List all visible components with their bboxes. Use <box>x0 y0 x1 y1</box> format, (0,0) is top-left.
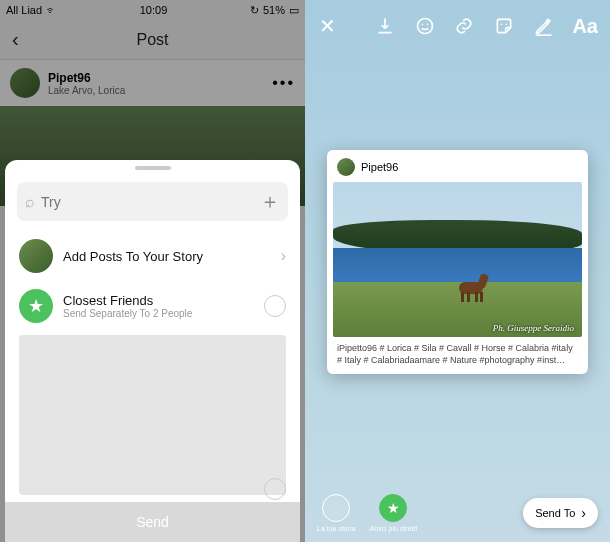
text-tool-button[interactable]: Aa <box>572 15 598 38</box>
your-story-label: La tua storia <box>317 525 356 532</box>
card-username: Pipet96 <box>361 161 398 173</box>
left-screen: All Liad ᯤ 10:09 ↻ 51% ▭ ‹ Post Pipet96 … <box>0 0 305 542</box>
more-button[interactable]: ••• <box>272 74 295 92</box>
page-title: Post <box>136 31 168 49</box>
radio-unchecked[interactable] <box>264 295 286 317</box>
face-filter-icon[interactable] <box>414 15 436 37</box>
sync-icon: ↻ <box>250 4 259 17</box>
nav-bar: ‹ Post <box>0 20 305 60</box>
editor-toolbar: ✕ Aa <box>305 8 610 44</box>
card-header: Pipet96 <box>333 156 582 182</box>
send-label: Send <box>136 514 169 530</box>
svg-point-4 <box>506 24 508 26</box>
search-field[interactable]: ⌕ ＋ <box>17 182 288 221</box>
closest-friends-row[interactable]: ★ Closest Friends Send Separately To 2 P… <box>5 281 300 331</box>
search-input[interactable] <box>41 194 252 210</box>
battery-pct: 51% <box>263 4 285 16</box>
search-icon: ⌕ <box>25 193 35 211</box>
close-friends-button[interactable]: ★ Amici più stretti <box>370 494 417 532</box>
radio-unchecked[interactable] <box>264 478 286 500</box>
send-button[interactable]: Send <box>5 502 300 542</box>
carrier-label: All Liad <box>6 4 42 16</box>
status-bar: All Liad ᯤ 10:09 ↻ 51% ▭ <box>0 0 305 20</box>
close-friends-label: Amici più stretti <box>370 525 417 532</box>
chevron-right-icon: › <box>581 505 586 521</box>
send-to-button[interactable]: Send To › <box>523 498 598 528</box>
card-photo: Ph. Giuseppe Seraidio <box>333 182 582 337</box>
avatar[interactable] <box>10 68 40 98</box>
star-icon: ★ <box>379 494 407 522</box>
post-meta: Pipet96 Lake Arvo, Lorica <box>48 71 272 96</box>
download-icon[interactable] <box>375 15 397 37</box>
svg-point-2 <box>427 24 429 26</box>
post-username[interactable]: Pipet96 <box>48 71 272 85</box>
your-story-avatar-icon <box>322 494 350 522</box>
recipient-placeholder <box>19 335 286 495</box>
add-recipient-button[interactable]: ＋ <box>252 188 280 215</box>
post-location[interactable]: Lake Arvo, Lorica <box>48 85 272 96</box>
repost-card[interactable]: Pipet96 Ph. Giuseppe Seraidio iPipetto96… <box>327 150 588 374</box>
horse-illustration <box>453 274 491 304</box>
star-icon: ★ <box>19 289 53 323</box>
back-button[interactable]: ‹ <box>12 28 19 51</box>
clock: 10:09 <box>140 4 168 16</box>
draw-icon[interactable] <box>533 15 555 37</box>
your-story-button[interactable]: La tua storia <box>317 494 356 532</box>
svg-point-1 <box>422 24 424 26</box>
closest-friends-sub: Send Separately To 2 People <box>63 308 264 319</box>
photo-watermark: Ph. Giuseppe Seraidio <box>493 323 574 333</box>
add-to-story-row[interactable]: Add Posts To Your Story › <box>5 231 300 281</box>
right-screen: ✕ Aa Pipet96 <box>305 0 610 542</box>
post-header: Pipet96 Lake Arvo, Lorica ••• <box>0 60 305 106</box>
close-button[interactable]: ✕ <box>317 15 339 37</box>
avatar <box>337 158 355 176</box>
send-to-label: Send To <box>535 507 575 519</box>
svg-point-3 <box>501 24 503 26</box>
battery-icon: ▭ <box>289 4 299 17</box>
add-to-story-label: Add Posts To Your Story <box>63 249 281 264</box>
svg-point-0 <box>417 19 432 34</box>
link-icon[interactable] <box>454 15 476 37</box>
share-sheet: ⌕ ＋ Add Posts To Your Story › ★ Closest … <box>5 160 300 542</box>
card-caption: iPipetto96 # Lorica # Sila # Cavall # Ho… <box>333 337 582 368</box>
sheet-grabber[interactable] <box>135 166 171 170</box>
sticker-icon[interactable] <box>493 15 515 37</box>
story-avatar-icon <box>19 239 53 273</box>
chevron-right-icon: › <box>281 247 286 265</box>
editor-bottom-bar: La tua storia ★ Amici più stretti Send T… <box>305 494 610 532</box>
closest-friends-label: Closest Friends <box>63 293 264 308</box>
wifi-icon: ᯤ <box>46 4 57 16</box>
